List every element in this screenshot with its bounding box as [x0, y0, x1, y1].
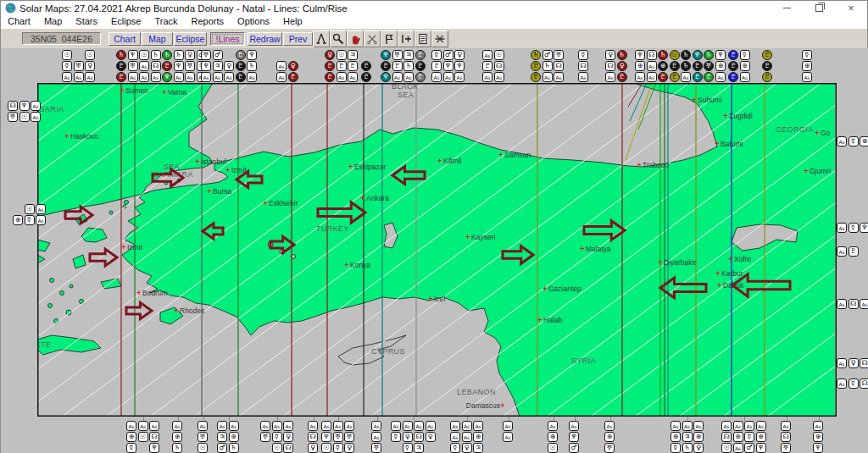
- glyph-cell: ♅: [704, 61, 714, 71]
- glyph-cell: ☿: [802, 50, 812, 60]
- glyph-cell: As: [450, 432, 460, 442]
- flag-pointer-button[interactable]: [381, 30, 398, 47]
- city-label: Gjumri: [810, 167, 831, 175]
- glyph-cell: ☉: [85, 50, 95, 60]
- glyph-cell: ♇: [236, 61, 246, 71]
- restore-button[interactable]: [803, 1, 835, 15]
- glyph-cell: ♇: [415, 61, 426, 71]
- glyph-cell: As: [36, 204, 46, 214]
- title-bar: Solar Maps: 27.04.2021 Akrep Burcunda Do…: [1, 1, 867, 15]
- city-marker: +: [207, 187, 211, 196]
- city-marker: +: [715, 140, 719, 148]
- glyph-cell: As: [721, 421, 732, 431]
- btn-redraw[interactable]: Redraw: [248, 32, 282, 46]
- astro-map[interactable]: BULGARIABLACKSEASEAMARMARATURKEYGEORGIAS…: [37, 83, 837, 417]
- glyph-cell: ♇: [361, 72, 371, 82]
- calipers-button[interactable]: [313, 30, 330, 47]
- menu-options[interactable]: Options: [231, 15, 276, 29]
- btn-prev[interactable]: Prev: [283, 32, 313, 46]
- menu-bar: ChartMapStarsEclipseTrackReportsOptionsH…: [1, 15, 867, 30]
- glyph-cell: As: [554, 72, 564, 82]
- glyph-cell: As: [321, 421, 331, 431]
- glyph-cell: As: [198, 421, 208, 431]
- menu-eclipse[interactable]: Eclipse: [104, 15, 147, 29]
- glyph-cell: ♃: [213, 61, 223, 71]
- glyph-cell: As: [542, 72, 553, 82]
- glyph-cell: As: [201, 72, 211, 82]
- btn-map[interactable]: Map: [142, 32, 173, 46]
- city-label: Bursa: [213, 187, 231, 196]
- zoom-icon: [332, 33, 344, 45]
- glyph-cell: As: [126, 421, 136, 431]
- city-label: Ankara: [366, 194, 389, 202]
- glyph-cell: As: [494, 72, 504, 82]
- glyph-cell: ♆: [569, 432, 579, 442]
- glyph-cell: ♄: [403, 61, 414, 71]
- city-marker: +: [428, 295, 432, 303]
- glyph-cell: ☿: [391, 432, 401, 442]
- strip-connector: [277, 417, 278, 421]
- glyph-cell: ♇: [431, 61, 442, 71]
- glyph-cell: ☉: [272, 443, 282, 453]
- glyph-cell: ♅: [198, 432, 208, 442]
- city-label: Eskipazar: [354, 163, 386, 171]
- report-page-button[interactable]: [415, 30, 431, 47]
- zoom-button[interactable]: [330, 30, 347, 47]
- glyph-cell: ☊: [860, 358, 868, 368]
- glyph-cell: As: [344, 421, 354, 431]
- glyph-cell: ☿: [849, 223, 859, 233]
- menu-track[interactable]: Track: [147, 15, 184, 29]
- close-button[interactable]: ×: [835, 1, 867, 15]
- minimize-button[interactable]: [771, 1, 803, 15]
- glyph-cell: ♆: [201, 61, 211, 71]
- crosshair-plus-button[interactable]: [398, 30, 415, 47]
- btn-lines[interactable]: !Lines: [210, 32, 245, 46]
- glyph-cell: As: [837, 223, 847, 233]
- glyph-cell: As: [733, 421, 743, 431]
- region-label: SEA: [398, 91, 414, 99]
- glyph-cell: As: [693, 421, 704, 431]
- glyph-cell: ⊕: [733, 432, 743, 442]
- glyph-cell: ♄: [542, 61, 553, 71]
- glyph-cell: ⊕: [635, 61, 645, 71]
- btn-eclipse[interactable]: Eclipse: [174, 32, 207, 46]
- glyph-cell: ♅: [344, 432, 354, 442]
- glyph-cell: ♆: [174, 61, 184, 71]
- glyph-cell: ♀: [617, 61, 627, 71]
- strip-connector: [377, 417, 378, 421]
- glyph-cell: As: [138, 421, 148, 431]
- menu-map[interactable]: Map: [37, 15, 69, 29]
- city-marker: +: [162, 88, 166, 97]
- window-title: Solar Maps: 27.04.2021 Akrep Burcunda Do…: [19, 3, 348, 14]
- city-label: Go: [821, 129, 831, 137]
- city-label: Konya: [350, 261, 370, 269]
- glyph-cell: ☊: [578, 61, 588, 71]
- glyph-cell: As: [503, 421, 513, 431]
- scissors-button[interactable]: [364, 30, 381, 47]
- menu-chart[interactable]: Chart: [1, 15, 37, 29]
- glyph-cell: ♆: [715, 50, 726, 60]
- region-label: SYRIA: [571, 356, 596, 365]
- asterisk-lines-button[interactable]: [431, 30, 448, 47]
- btn-chart[interactable]: Chart: [108, 32, 141, 46]
- coords-status: 35N05 044E26: [22, 32, 101, 45]
- glyph-cell: As: [151, 72, 161, 82]
- glyph-cell: As: [462, 421, 472, 431]
- strip-connector: [819, 417, 820, 421]
- glyph-cell: As: [224, 72, 234, 82]
- glyph-cell: ♆: [381, 72, 391, 82]
- pan-hand-button[interactable]: [347, 30, 364, 47]
- menu-help[interactable]: Help: [276, 15, 309, 29]
- menu-stars[interactable]: Stars: [69, 15, 104, 29]
- menu-reports[interactable]: Reports: [185, 15, 231, 29]
- glyph-cell: ♇: [116, 72, 126, 82]
- region-label: CYPRUS: [371, 347, 405, 356]
- glyph-cell: ☉: [494, 50, 504, 60]
- city-label: Damascus: [466, 401, 500, 410]
- city-label: Karbur: [721, 269, 743, 278]
- glyph-cell: ☉: [138, 432, 148, 442]
- glyph-cell: As: [569, 421, 579, 431]
- strip-connector: [575, 417, 576, 421]
- glyph-cell: As: [337, 72, 347, 82]
- region-label: GEORGIA: [776, 125, 814, 134]
